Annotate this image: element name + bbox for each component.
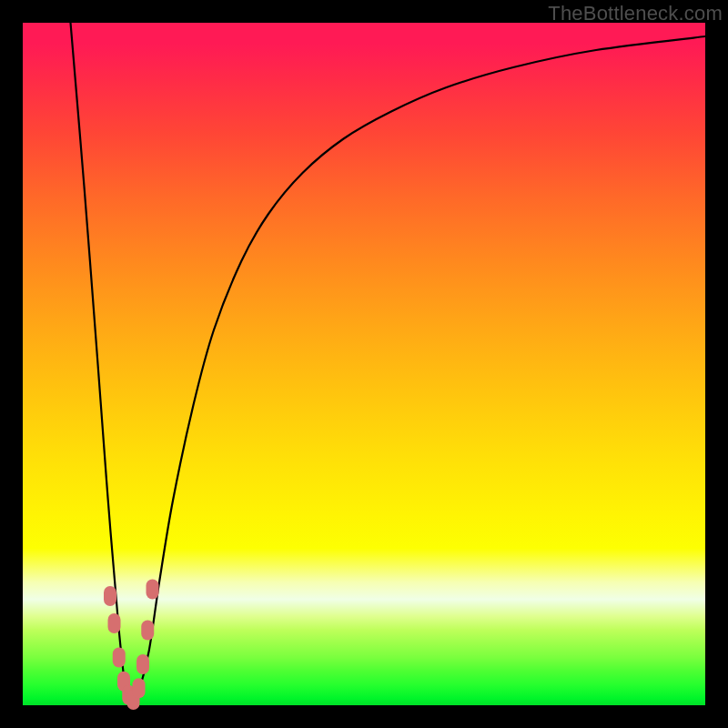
marker-point [104,586,116,606]
marker-point [113,648,126,668]
marker-point [141,621,154,641]
marker-point [136,654,149,674]
chart-frame: TheBottleneck.com [0,0,728,728]
chart-svg [23,23,705,705]
plot-area [23,23,705,705]
marker-point [133,678,146,698]
bottleneck-curve [71,23,706,705]
watermark-text: TheBottleneck.com [548,2,723,25]
marker-point [108,613,121,633]
marker-point [147,580,159,600]
